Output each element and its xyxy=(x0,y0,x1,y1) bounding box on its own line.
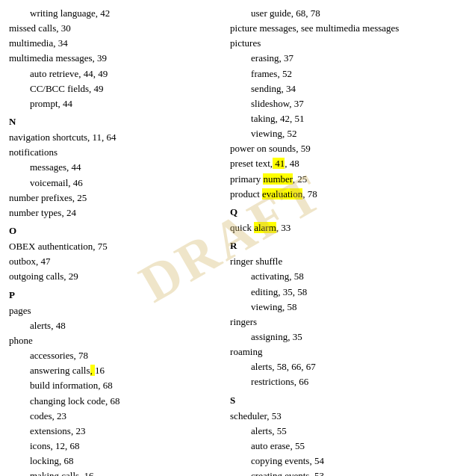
index-entry: roaming xyxy=(230,344,454,359)
index-entry: slideshow, 37 xyxy=(230,96,454,111)
index-entry: prompt, 44 xyxy=(9,96,218,111)
index-entry: quick alarm, 33 xyxy=(230,220,454,235)
index-entry: preset text, 41, 48 xyxy=(230,156,454,171)
index-entry: viewing, 58 xyxy=(230,300,454,315)
index-entry: changing lock code, 68 xyxy=(9,394,218,409)
index-entry: build information, 68 xyxy=(9,378,218,393)
index-entry: alerts, 58, 66, 67 xyxy=(230,359,454,374)
index-entry: making calls, 16 xyxy=(9,469,218,476)
index-entry: editing, 35, 58 xyxy=(230,285,454,300)
index-entry: viewing, 52 xyxy=(230,126,454,141)
index-entry: frames, 52 xyxy=(230,67,454,81)
index-entry: product evaluation, 78 xyxy=(230,187,454,202)
index-entry: power on sounds, 59 xyxy=(230,141,454,156)
index-entry: picture messages, see multimedia message… xyxy=(230,21,454,36)
index-entry: auto erase, 55 xyxy=(230,439,454,454)
section-letter: P xyxy=(9,288,218,303)
index-entry: restrictions, 66 xyxy=(230,374,454,389)
index-entry: outgoing calls, 29 xyxy=(9,269,218,284)
index-entry: OBEX authentication, 75 xyxy=(9,239,218,254)
index-entry: missed calls, 30 xyxy=(9,21,218,36)
highlight-span: 41 xyxy=(273,158,285,169)
index-entry: ringers xyxy=(230,315,454,330)
index-entry: number types, 24 xyxy=(9,205,218,220)
index-entry: user guide, 68, 78 xyxy=(230,6,454,21)
highlight-span: , xyxy=(90,365,96,376)
index-entry: alerts, 55 xyxy=(230,424,454,439)
highlight-span: alarm xyxy=(254,222,276,233)
right-column: user guide, 68, 78picture messages, see … xyxy=(224,6,454,476)
index-entry: pages xyxy=(9,303,218,318)
index-entry: pictures xyxy=(230,36,454,51)
index-entry: auto retrieve, 44, 49 xyxy=(9,67,218,81)
index-entry: taking, 42, 51 xyxy=(230,111,454,126)
left-column: writing language, 42missed calls, 30mult… xyxy=(9,6,224,476)
index-entry: extensions, 23 xyxy=(9,424,218,439)
index-entry: copying events, 54 xyxy=(230,454,454,469)
index-entry: notifications xyxy=(9,145,218,160)
index-entry: activating, 58 xyxy=(230,269,454,284)
section-letter: R xyxy=(230,238,454,253)
index-entry: scheduler, 53 xyxy=(230,409,454,424)
index-entry: creating events, 53 xyxy=(230,469,454,476)
index-entry: multimedia messages, 39 xyxy=(9,51,218,66)
index-entry: CC/BCC fields, 49 xyxy=(9,81,218,96)
index-entry: voicemail, 46 xyxy=(9,176,218,191)
index-entry: locking, 68 xyxy=(9,454,218,469)
index-entry: number prefixes, 25 xyxy=(9,191,218,205)
index-entry: multimedia, 34 xyxy=(9,36,218,51)
index-entry: primary number, 25 xyxy=(230,172,454,187)
index-entry: icons, 12, 68 xyxy=(9,439,218,454)
page-container: DRAFT writing language, 42missed calls, … xyxy=(0,0,463,476)
section-letter: O xyxy=(9,223,218,238)
index-entry: assigning, 35 xyxy=(230,330,454,344)
content-area: writing language, 42missed calls, 30mult… xyxy=(0,0,463,476)
index-entry: phone xyxy=(9,333,218,348)
index-entry: answering calls, 16 xyxy=(9,363,218,378)
index-entry: sending, 34 xyxy=(230,81,454,96)
highlight-span: number xyxy=(263,173,292,185)
index-entry: alerts, 48 xyxy=(9,318,218,333)
index-entry: writing language, 42 xyxy=(9,6,218,21)
index-entry: accessories, 78 xyxy=(9,348,218,363)
index-entry: codes, 23 xyxy=(9,409,218,424)
index-entry: erasing, 37 xyxy=(230,51,454,66)
index-entry: navigation shortcuts, 11, 64 xyxy=(9,130,218,145)
index-entry: ringer shuffle xyxy=(230,254,454,269)
highlight-span: evaluation xyxy=(262,188,302,200)
section-letter: S xyxy=(230,393,454,408)
index-entry: outbox, 47 xyxy=(9,254,218,269)
index-entry: messages, 44 xyxy=(9,160,218,175)
section-letter: N xyxy=(9,114,218,129)
section-letter: Q xyxy=(230,205,454,220)
